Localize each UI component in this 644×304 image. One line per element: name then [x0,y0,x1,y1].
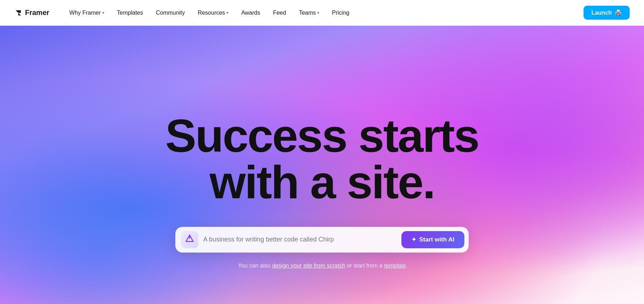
nav-item-templates[interactable]: Templates [111,7,149,19]
nav-item-feed[interactable]: Feed [267,7,292,19]
nav-item-teams[interactable]: Teams ▾ [293,7,325,19]
template-link[interactable]: template [384,263,406,269]
hero-title: Success starts with a site. [165,113,479,205]
launch-emoji: 🖨️ [615,9,622,16]
nav-item-community[interactable]: Community [150,7,191,19]
nav-links: Why Framer ▾ Templates Community Resourc… [64,7,584,19]
hero-section: Success starts with a site. ✦ Start with… [0,26,644,304]
chevron-down-icon: ▾ [102,11,104,15]
nav-item-why-framer[interactable]: Why Framer ▾ [64,7,110,19]
ai-prompt-input[interactable] [203,236,396,243]
design-from-scratch-link[interactable]: design your site from scratch [272,263,346,269]
hero-content: Success starts with a site. ✦ Start with… [165,113,479,269]
main-nav: Framer Why Framer ▾ Templates Community … [0,0,644,26]
nav-item-pricing[interactable]: Pricing [326,7,355,19]
framer-logo-icon [14,9,22,17]
sparkle-icon: ✦ [411,236,416,243]
nav-item-resources[interactable]: Resources ▾ [192,7,234,19]
chevron-down-icon: ▾ [317,11,319,15]
brand-name: Framer [25,9,49,17]
ai-triangle-icon [185,234,195,246]
ai-icon-wrapper [181,231,198,248]
launch-button[interactable]: Launch 🖨️ [584,6,630,20]
ai-prompt-bar: ✦ Start with AI [175,227,469,253]
hero-subtext: You can also design your site from scrat… [238,263,406,269]
chevron-down-icon: ▾ [226,11,228,15]
brand-logo[interactable]: Framer [14,9,49,17]
nav-item-awards[interactable]: Awards [235,7,266,19]
start-with-ai-button[interactable]: ✦ Start with AI [401,231,464,248]
